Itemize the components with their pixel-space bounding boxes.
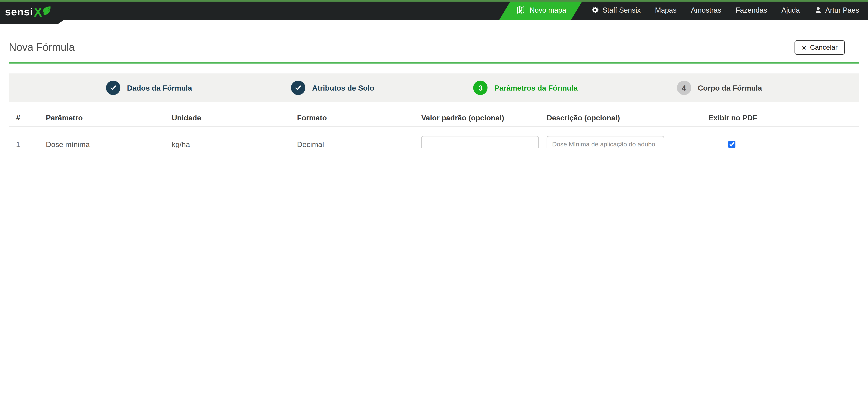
nav-item-amostras-label: Amostras [691,6,721,14]
table-row: 1 Dose mínima kg/ha Decimal [9,127,859,148]
nav-item-amostras[interactable]: Amostras [691,6,721,14]
show-in-pdf-checkbox[interactable] [728,141,736,148]
step-2-circle [291,81,306,95]
nav-item-fazendas[interactable]: Fazendas [736,6,767,14]
app-root: sensix Novo mapa Staff Sensix [0,0,868,148]
gear-icon [591,6,599,14]
nav-item-mapas[interactable]: Mapas [655,6,677,14]
description-input[interactable] [547,136,664,148]
close-icon: × [802,44,806,51]
top-nav: sensix Novo mapa Staff Sensix [0,0,868,20]
param-name: Dose mínima [46,140,172,148]
param-format: Decimal [297,140,422,148]
col-header-index: # [16,114,46,122]
brand-text: sensi [5,6,33,18]
step-4-circle: 4 [677,81,691,95]
col-header-exibir-pdf: Exibir no PDF [708,114,859,122]
nav-item-fazendas-label: Fazendas [736,6,767,14]
main-content: Nova Fórmula × Cancelar Dados da Fórmula… [0,40,868,148]
page-header: Nova Fórmula × Cancelar [9,40,859,55]
check-icon [294,84,302,92]
nav-item-ajuda-label: Ajuda [781,6,800,14]
col-header-parametro: Parâmetro [46,114,172,122]
col-header-descricao: Descrição (opcional) [547,114,708,122]
map-icon [516,5,525,14]
nav-item-ajuda[interactable]: Ajuda [781,6,800,14]
col-header-unidade: Unidade [172,114,297,122]
user-menu-label: Artur Paes [825,6,859,14]
default-value-input[interactable] [422,136,539,148]
step-4-label: Corpo da Fórmula [698,84,762,92]
parameters-table: # Parâmetro Unidade Formato Valor padrão… [9,109,859,148]
step-corpo-da-formula[interactable]: 4 Corpo da Fórmula [677,81,762,95]
step-atributos-de-solo[interactable]: Atributos de Solo [291,81,374,95]
param-unit: kg/ha [172,140,297,148]
new-map-label: Novo mapa [529,6,566,14]
step-2-label: Atributos de Solo [312,84,374,92]
nav-item-staff[interactable]: Staff Sensix [591,6,641,14]
step-3-label: Parâmetros da Fórmula [494,84,578,92]
nav-item-mapas-label: Mapas [655,6,677,14]
step-parametros-da-formula[interactable]: 3 Parâmetros da Fórmula [473,81,578,95]
top-accent-strip [0,0,868,2]
col-header-valor-padrao: Valor padrão (opcional) [422,114,547,122]
nav-item-staff-label: Staff Sensix [602,6,641,14]
user-menu[interactable]: Artur Paes [814,6,859,14]
cancel-button-label: Cancelar [810,43,838,51]
page-title: Nova Fórmula [9,41,75,54]
table-header-row: # Parâmetro Unidade Formato Valor padrão… [9,109,859,127]
brand-logo[interactable]: sensix [0,0,64,24]
title-underline [9,62,859,63]
check-icon [109,84,117,92]
step-dados-da-formula[interactable]: Dados da Fórmula [106,81,192,95]
wizard-steps: Dados da Fórmula Atributos de Solo 3 Par… [9,73,859,102]
step-1-circle [106,81,120,95]
cancel-button[interactable]: × Cancelar [795,40,845,55]
new-map-button[interactable]: Novo mapa [499,0,583,20]
step-3-circle: 3 [473,81,488,95]
user-icon [814,6,822,14]
row-index: 1 [16,140,46,148]
step-1-label: Dados da Fórmula [127,84,192,92]
col-header-formato: Formato [297,114,422,122]
leaf-icon [41,5,52,16]
